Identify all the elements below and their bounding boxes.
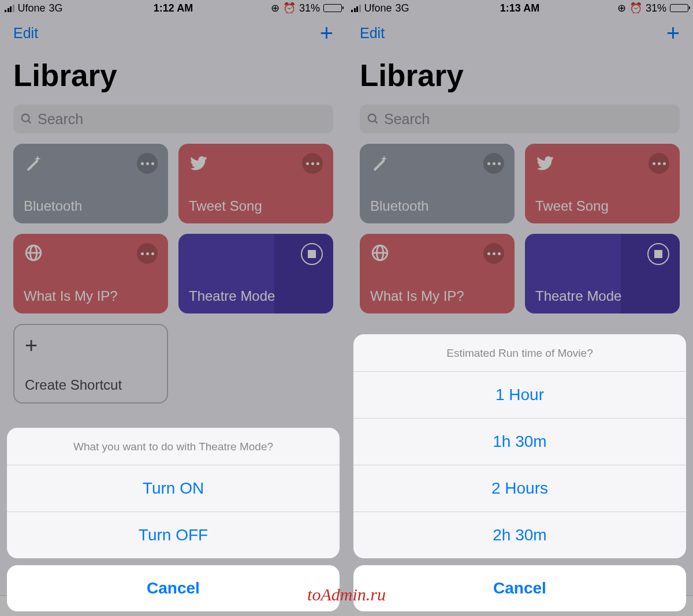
sheet-header: Estimated Run time of Movie? (353, 334, 686, 372)
watermark: toAdmin.ru (307, 585, 386, 604)
sheet-option-2hours[interactable]: 2 Hours (353, 465, 686, 512)
sheet-option-2h30m[interactable]: 2h 30m (353, 512, 686, 558)
action-sheet: What you want to do with Theatre Mode? T… (7, 428, 340, 611)
sheet-cancel[interactable]: Cancel (7, 565, 340, 611)
action-sheet: Estimated Run time of Movie? 1 Hour 1h 3… (353, 334, 686, 611)
sheet-header: What you want to do with Theatre Mode? (7, 428, 340, 465)
sheet-option-turn-off[interactable]: Turn OFF (7, 512, 340, 558)
sheet-option-1h30m[interactable]: 1h 30m (353, 419, 686, 465)
sheet-option-turn-on[interactable]: Turn ON (7, 465, 340, 512)
sheet-cancel[interactable]: Cancel (353, 565, 686, 611)
sheet-option-1hour[interactable]: 1 Hour (353, 372, 686, 419)
